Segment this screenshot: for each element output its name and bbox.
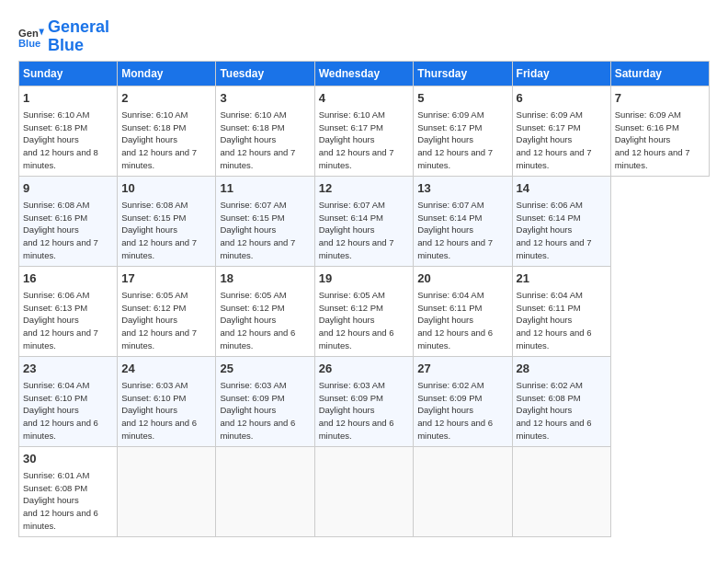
svg-text:Gen: Gen [18, 28, 39, 39]
day-cell-19: 19 Sunrise: 6:05 AM Sunset: 6:12 PM Dayl… [314, 266, 414, 356]
day-number: 11 [220, 180, 310, 197]
day-cell-25: 25 Sunrise: 6:03 AM Sunset: 6:09 PM Dayl… [216, 356, 314, 446]
day-cell-1: 1 Sunrise: 6:10 AM Sunset: 6:18 PM Dayli… [19, 86, 118, 176]
column-header-thursday: Thursday [414, 61, 512, 86]
day-info: Sunrise: 6:01 AM Sunset: 6:08 PM Dayligh… [23, 469, 113, 533]
empty-cell [216, 446, 314, 536]
day-number: 26 [319, 361, 410, 377]
day-info: Sunrise: 6:10 AM Sunset: 6:17 PM Dayligh… [319, 109, 410, 172]
day-info: Sunrise: 6:06 AM Sunset: 6:14 PM Dayligh… [517, 199, 607, 262]
day-number: 30 [23, 451, 113, 467]
day-cell-26: 26 Sunrise: 6:03 AM Sunset: 6:09 PM Dayl… [314, 356, 414, 446]
day-number: 14 [517, 180, 607, 197]
day-cell-16: 16 Sunrise: 6:06 AM Sunset: 6:13 PM Dayl… [19, 266, 118, 356]
day-number: 5 [417, 90, 507, 107]
day-cell-21: 21 Sunrise: 6:04 AM Sunset: 6:11 PM Dayl… [512, 266, 610, 356]
day-number: 25 [220, 361, 310, 377]
day-info: Sunrise: 6:07 AM Sunset: 6:14 PM Dayligh… [417, 199, 507, 262]
day-info: Sunrise: 6:09 AM Sunset: 6:17 PM Dayligh… [417, 109, 507, 172]
column-header-monday: Monday [118, 61, 216, 86]
day-info: Sunrise: 6:09 AM Sunset: 6:17 PM Dayligh… [517, 109, 607, 172]
day-number: 12 [319, 180, 410, 197]
day-cell-23: 23 Sunrise: 6:04 AM Sunset: 6:10 PM Dayl… [19, 356, 118, 446]
day-number: 10 [121, 180, 211, 197]
empty-cell [512, 446, 610, 536]
calendar-week-5: 30 Sunrise: 6:01 AM Sunset: 6:08 PM Dayl… [19, 446, 710, 536]
day-cell-17: 17 Sunrise: 6:05 AM Sunset: 6:12 PM Dayl… [118, 266, 216, 356]
day-info: Sunrise: 6:03 AM Sunset: 6:10 PM Dayligh… [121, 379, 211, 442]
day-info: Sunrise: 6:06 AM Sunset: 6:13 PM Dayligh… [23, 289, 113, 352]
day-info: Sunrise: 6:05 AM Sunset: 6:12 PM Dayligh… [220, 289, 310, 352]
day-cell-12: 12 Sunrise: 6:07 AM Sunset: 6:14 PM Dayl… [314, 176, 414, 266]
day-cell-24: 24 Sunrise: 6:03 AM Sunset: 6:10 PM Dayl… [118, 356, 216, 446]
day-cell-2: 2 Sunrise: 6:10 AM Sunset: 6:18 PM Dayli… [118, 86, 216, 176]
day-number: 28 [517, 361, 607, 377]
day-info: Sunrise: 6:02 AM Sunset: 6:09 PM Dayligh… [417, 379, 507, 442]
empty-cell [414, 446, 512, 536]
day-number: 27 [417, 361, 507, 377]
day-number: 20 [417, 270, 507, 287]
day-cell-28: 28 Sunrise: 6:02 AM Sunset: 6:08 PM Dayl… [512, 356, 610, 446]
day-number: 13 [417, 180, 507, 197]
page-header: Gen Blue GeneralBlue [18, 18, 710, 55]
day-cell-4: 4 Sunrise: 6:10 AM Sunset: 6:17 PM Dayli… [314, 86, 414, 176]
day-info: Sunrise: 6:08 AM Sunset: 6:16 PM Dayligh… [23, 199, 113, 262]
day-number: 21 [517, 270, 607, 287]
day-number: 9 [23, 180, 113, 197]
day-info: Sunrise: 6:10 AM Sunset: 6:18 PM Dayligh… [23, 109, 113, 172]
day-info: Sunrise: 6:03 AM Sunset: 6:09 PM Dayligh… [220, 379, 310, 442]
day-cell-5: 5 Sunrise: 6:09 AM Sunset: 6:17 PM Dayli… [414, 86, 512, 176]
day-info: Sunrise: 6:03 AM Sunset: 6:09 PM Dayligh… [319, 379, 410, 442]
day-info: Sunrise: 6:08 AM Sunset: 6:15 PM Dayligh… [121, 199, 211, 262]
day-number: 18 [220, 270, 310, 287]
calendar-header: SundayMondayTuesdayWednesdayThursdayFrid… [19, 61, 710, 86]
calendar-week-1: 1 Sunrise: 6:10 AM Sunset: 6:18 PM Dayli… [19, 86, 710, 176]
day-cell-10: 10 Sunrise: 6:08 AM Sunset: 6:15 PM Dayl… [118, 176, 216, 266]
day-info: Sunrise: 6:07 AM Sunset: 6:14 PM Dayligh… [319, 199, 410, 262]
day-cell-3: 3 Sunrise: 6:10 AM Sunset: 6:18 PM Dayli… [216, 86, 314, 176]
day-cell-13: 13 Sunrise: 6:07 AM Sunset: 6:14 PM Dayl… [414, 176, 512, 266]
day-info: Sunrise: 6:04 AM Sunset: 6:11 PM Dayligh… [517, 289, 607, 352]
day-cell-11: 11 Sunrise: 6:07 AM Sunset: 6:15 PM Dayl… [216, 176, 314, 266]
day-number: 17 [121, 270, 211, 287]
column-header-saturday: Saturday [610, 61, 709, 86]
logo-icon: Gen Blue [18, 24, 44, 50]
day-number: 1 [23, 90, 113, 107]
day-number: 7 [615, 90, 705, 107]
logo: Gen Blue GeneralBlue [18, 18, 109, 55]
calendar-week-4: 23 Sunrise: 6:04 AM Sunset: 6:10 PM Dayl… [19, 356, 710, 446]
day-number: 19 [319, 270, 410, 287]
empty-cell [118, 446, 216, 536]
day-info: Sunrise: 6:05 AM Sunset: 6:12 PM Dayligh… [121, 289, 211, 352]
svg-marker-2 [39, 29, 44, 35]
logo-text: GeneralBlue [48, 18, 109, 55]
day-number: 2 [121, 90, 211, 107]
column-header-friday: Friday [512, 61, 610, 86]
calendar-week-3: 16 Sunrise: 6:06 AM Sunset: 6:13 PM Dayl… [19, 266, 710, 356]
day-info: Sunrise: 6:05 AM Sunset: 6:12 PM Dayligh… [319, 289, 410, 352]
day-cell-6: 6 Sunrise: 6:09 AM Sunset: 6:17 PM Dayli… [512, 86, 610, 176]
column-header-sunday: Sunday [19, 61, 118, 86]
day-info: Sunrise: 6:09 AM Sunset: 6:16 PM Dayligh… [615, 109, 705, 172]
day-info: Sunrise: 6:10 AM Sunset: 6:18 PM Dayligh… [220, 109, 310, 172]
day-cell-7: 7 Sunrise: 6:09 AM Sunset: 6:16 PM Dayli… [610, 86, 709, 176]
day-number: 6 [517, 90, 607, 107]
column-header-wednesday: Wednesday [314, 61, 414, 86]
day-number: 16 [23, 270, 113, 287]
day-number: 24 [121, 361, 211, 377]
svg-text:Blue: Blue [18, 38, 40, 49]
day-info: Sunrise: 6:04 AM Sunset: 6:10 PM Dayligh… [23, 379, 113, 442]
day-number: 3 [220, 90, 310, 107]
day-cell-27: 27 Sunrise: 6:02 AM Sunset: 6:09 PM Dayl… [414, 356, 512, 446]
day-cell-14: 14 Sunrise: 6:06 AM Sunset: 6:14 PM Dayl… [512, 176, 610, 266]
day-cell-30: 30 Sunrise: 6:01 AM Sunset: 6:08 PM Dayl… [19, 446, 118, 536]
day-cell-9: 9 Sunrise: 6:08 AM Sunset: 6:16 PM Dayli… [19, 176, 118, 266]
day-cell-18: 18 Sunrise: 6:05 AM Sunset: 6:12 PM Dayl… [216, 266, 314, 356]
calendar-week-2: 9 Sunrise: 6:08 AM Sunset: 6:16 PM Dayli… [19, 176, 710, 266]
day-info: Sunrise: 6:10 AM Sunset: 6:18 PM Dayligh… [121, 109, 211, 172]
day-info: Sunrise: 6:04 AM Sunset: 6:11 PM Dayligh… [417, 289, 507, 352]
day-info: Sunrise: 6:02 AM Sunset: 6:08 PM Dayligh… [517, 379, 607, 442]
day-number: 4 [319, 90, 410, 107]
column-header-tuesday: Tuesday [216, 61, 314, 86]
day-cell-20: 20 Sunrise: 6:04 AM Sunset: 6:11 PM Dayl… [414, 266, 512, 356]
